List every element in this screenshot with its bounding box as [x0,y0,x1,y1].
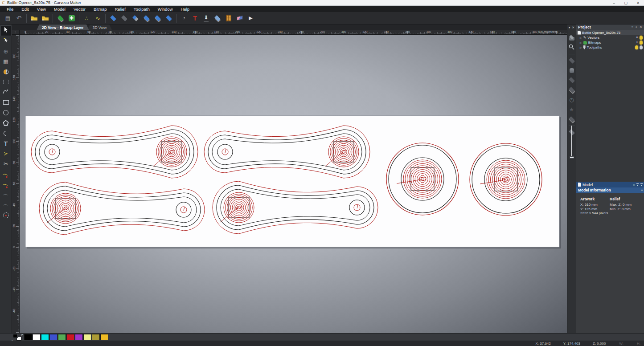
expander-icon[interactable]: ▷ [580,36,582,39]
color-swatch-8[interactable] [92,334,100,340]
primary-secondary-color[interactable]: ⇄ ⌐ [12,334,22,341]
new-model-button[interactable]: ✚ [66,13,77,23]
mirror-vectors-tool[interactable] [1,67,11,77]
weave-wizard-button[interactable] [223,13,234,23]
menu-edit[interactable]: Edit [17,7,33,12]
stack-layers-icon[interactable] [568,114,576,124]
greyscale-relief-button[interactable] [119,13,130,23]
view-close-icon[interactable]: ✕ [572,26,574,29]
color-swatch-6[interactable] [75,334,83,340]
create-rectangle-tool[interactable] [1,98,11,107]
menu-bitmap[interactable]: Bitmap [90,7,111,12]
flip-relief-button[interactable] [130,13,141,23]
menu-view[interactable]: View [33,7,50,12]
project-close-icon[interactable]: ✕ [640,25,642,29]
menu-window[interactable]: Window [154,7,177,12]
add-icon[interactable]: + [636,36,638,40]
project-pin-icon[interactable]: ⌖ [635,25,637,29]
menu-toolpath[interactable]: Toolpath [130,7,154,12]
create-ellipse-tool[interactable] [1,108,11,118]
project-help-icon[interactable]: ? [631,25,633,29]
expander-icon[interactable]: ▷ [580,46,582,49]
tab-3d-view[interactable]: 3D View [87,24,112,30]
color-swatch-1[interactable] [33,334,41,340]
envelope-distort-tool[interactable]: ▦ [1,57,11,66]
create-text-tool[interactable]: T [1,138,11,148]
save-model-button[interactable]: ★ [40,13,51,23]
material-block-icon[interactable] [568,65,576,75]
tree-item-toolpaths[interactable]: ▷Toolpaths [576,45,644,50]
close-vectors-tool[interactable]: ( [1,190,11,199]
color-swatch-2[interactable] [41,334,49,340]
tree-item-bitmaps[interactable]: ▷Bitmaps+ [576,40,644,45]
canvas-viewport[interactable] [20,35,567,333]
relief-layers-button[interactable] [141,13,152,23]
machining-time-icon[interactable]: ◷ [568,95,576,105]
open-model-button[interactable]: ★ [29,13,40,23]
z-depth-slider[interactable] [568,137,576,147]
color-swatch-4[interactable] [58,334,66,340]
merge-relief-button[interactable] [152,13,163,23]
extrude-relief-button[interactable] [212,13,223,23]
bitmap-selection-tool[interactable] [1,77,11,87]
join-vectors-tool[interactable]: (▶ [1,179,11,189]
minimize-button[interactable]: – [608,1,620,5]
color-swatch-0[interactable] [24,334,32,340]
fillet-tool[interactable]: (▶ [1,169,11,179]
menu-relief[interactable]: Relief [111,7,130,12]
create-polygon-tool[interactable] [1,118,11,128]
trim-vectors-tool[interactable]: ✂ [1,159,11,169]
create-arc-tool[interactable] [1,128,11,138]
texture-text-button[interactable]: T [189,13,201,23]
view-3d-icon[interactable] [568,33,576,43]
model-information-header[interactable]: Model Information ^ [576,187,644,193]
color-swatch-7[interactable] [83,334,91,340]
relief-from-vectors-button[interactable] [107,13,119,23]
node-editing-tool[interactable] [1,36,11,46]
greyscale-view-icon[interactable] [568,75,576,85]
import-relief-button[interactable]: ⇓ [201,13,212,23]
close-vectors-line-tool[interactable]: ( [1,200,11,210]
visibility-bulb-icon[interactable] [640,45,643,49]
model-collapse-icon[interactable]: ▼ [636,183,639,186]
visibility-bulb-icon[interactable] [635,45,638,49]
face-wizard-button[interactable] [234,13,245,23]
draft-view-icon[interactable] [568,85,576,95]
offset-vectors-tool[interactable]: ≻ [1,149,11,159]
undo-button[interactable]: ↶ [13,13,25,23]
slider-handle[interactable] [570,156,574,159]
visibility-bulb-icon[interactable] [640,41,643,45]
maximize-button[interactable]: ▢ [620,1,632,5]
model-collapse-all-icon[interactable]: ▼ [640,183,643,186]
chevron-up-icon[interactable]: ^ [641,189,643,192]
menu-help[interactable]: Help [177,7,194,12]
slider-track[interactable] [571,126,572,156]
decoration-icon[interactable]: ★ [568,105,576,114]
color-swatch-3[interactable] [49,334,57,340]
color-swatch-9[interactable] [100,334,108,340]
create-polyline-tool[interactable] [1,87,11,97]
vector-doctor-tool[interactable]: ★ [1,210,11,220]
zoom-objects-icon[interactable] [568,43,576,53]
close-button[interactable]: ✕ [632,1,644,5]
color-swatch-5[interactable] [66,334,74,340]
model-pin-icon[interactable]: ▯ [633,183,635,186]
save-button[interactable]: ▤ [2,13,13,23]
tab-2d-view[interactable]: 2D View - Bitmap Layer [37,24,89,30]
transform-vectors-tool[interactable]: ⊕ [1,46,11,56]
primary-color-swatch[interactable] [13,334,18,338]
menu-file[interactable]: File [3,7,17,12]
view-dropdown-icon[interactable]: ▾ [569,26,570,29]
swap-colors-icon[interactable]: ⇄ [21,333,23,336]
measure-tool-button[interactable]: ∿ [92,13,103,23]
tree-item-vectors[interactable]: ▷✎Vectors+ [576,35,644,40]
menu-model[interactable]: Model [50,7,70,12]
smooth-relief-button[interactable] [163,13,174,23]
expander-icon[interactable]: ▷ [580,41,582,44]
visibility-bulb-icon[interactable] [640,36,643,40]
select-vectors-tool[interactable] [1,26,11,36]
interactive-sculpting-button[interactable]: ◔ [178,13,189,23]
artwork-canvas[interactable] [20,35,567,333]
project-root-item[interactable]: Bottle Opener_5x20x.75 [576,30,644,35]
menu-vector[interactable]: Vector [70,7,90,12]
